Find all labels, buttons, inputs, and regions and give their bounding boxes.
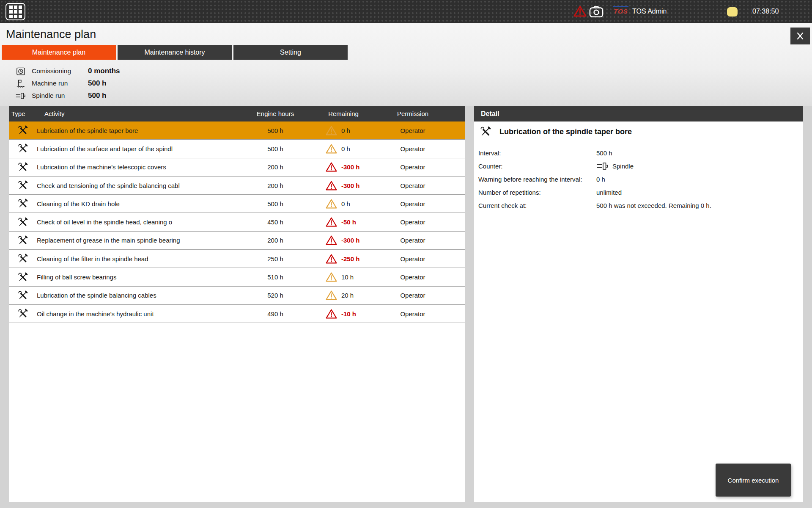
table-row[interactable]: Cleaning of the filter in the spindle he… xyxy=(9,250,465,268)
field-repetitions: Number of repetitions: unlimited xyxy=(478,188,803,197)
field-value: 500 h was not exceeded. Remaining 0 h. xyxy=(596,202,711,209)
engine-hours-value: 500 h xyxy=(237,121,313,139)
permission-value: Operator xyxy=(381,305,444,323)
activity-label: Check of oil level in the spindle head, … xyxy=(37,213,172,231)
detail-activity-title: Lubrication of the spindle taper bore xyxy=(480,126,803,137)
detail-fields: Interval: 500 h Counter: Spindle Warning… xyxy=(478,148,803,210)
warning-triangle-icon xyxy=(326,254,337,264)
engine-hours-value: 250 h xyxy=(237,250,313,268)
tools-icon xyxy=(17,268,28,286)
table-row[interactable]: Filling of ball screw bearings 510 h 10 … xyxy=(9,268,465,286)
field-label: Warning before reaching the interval: xyxy=(478,176,596,183)
tab[interactable]: Maintenance plan xyxy=(2,45,116,60)
remaining-cell: 0 h xyxy=(326,140,350,157)
activity-label: Replacement of grease in the main spindl… xyxy=(37,232,180,249)
engine-hours-value: 490 h xyxy=(237,305,313,323)
tos-logo-text: TOS xyxy=(613,8,628,15)
table-row[interactable]: Lubrication of the spindle balancing cab… xyxy=(9,287,465,305)
activity-label: Check and tensioning of the spindle bala… xyxy=(37,177,180,194)
counter-value: 500 h xyxy=(88,79,106,88)
permission-value: Operator xyxy=(381,140,444,157)
table-row[interactable]: Lubrication of the machine’s telescopic … xyxy=(9,158,465,177)
tab-label: Setting xyxy=(280,49,301,56)
tab-label: Maintenance plan xyxy=(32,49,85,56)
permission-value: Operator xyxy=(381,268,444,286)
warning-triangle-icon xyxy=(326,125,337,136)
permission-value: Operator xyxy=(381,177,444,194)
permission-value: Operator xyxy=(381,232,444,249)
table-row[interactable]: Replacement of grease in the main spindl… xyxy=(9,232,465,250)
field-interval: Interval: 500 h xyxy=(478,148,803,157)
engine-hours-value: 200 h xyxy=(237,177,313,194)
permission-value: Operator xyxy=(381,250,444,268)
table-row[interactable]: Check of oil level in the spindle head, … xyxy=(9,213,465,231)
engine-hours-value: 200 h xyxy=(237,158,313,176)
tools-icon xyxy=(17,121,28,139)
field-counter: Counter: Spindle xyxy=(478,161,803,171)
table-header: Type Activity Engine hours Remaining Per… xyxy=(9,106,465,121)
warning-triangle-icon xyxy=(326,162,337,172)
calendar-clock-icon xyxy=(15,66,26,76)
remaining-value: -300 h xyxy=(341,163,359,171)
permission-value: Operator xyxy=(381,213,444,231)
counter-label: Spindle run xyxy=(32,92,88,99)
field-label: Counter: xyxy=(478,163,596,170)
status-indicator xyxy=(727,7,738,17)
column-header-remaining: Remaining xyxy=(305,106,382,121)
warning-triangle-icon xyxy=(326,272,337,282)
header-zone xyxy=(0,23,812,106)
activity-label: Cleaning of the filter in the spindle he… xyxy=(37,250,148,268)
remaining-cell: 0 h xyxy=(326,195,350,213)
alarm-warning-icon[interactable] xyxy=(573,5,587,17)
activity-label: Lubrication of the spindle balancing cab… xyxy=(37,287,156,304)
column-header-permission: Permission xyxy=(381,106,444,121)
page-title: Maintenance plan xyxy=(6,28,96,41)
table-row[interactable]: Check and tensioning of the spindle bala… xyxy=(9,177,465,195)
camera-icon[interactable] xyxy=(589,6,604,18)
tools-icon xyxy=(17,305,28,323)
table-row[interactable]: Cleaning of the KD drain hole 500 h 0 h … xyxy=(9,195,465,213)
table-row[interactable]: Lubrication of the spindle taper bore 50… xyxy=(9,121,465,140)
engine-hours-value: 520 h xyxy=(237,287,313,304)
column-header-engine-hours: Engine hours xyxy=(237,106,313,121)
tools-icon xyxy=(17,195,28,213)
user-name: TOS Admin xyxy=(632,0,667,23)
remaining-value: 10 h xyxy=(341,273,354,281)
tab-bar: Maintenance plan Maintenance history Set… xyxy=(2,45,349,60)
engine-hours-value: 510 h xyxy=(237,268,313,286)
close-button[interactable] xyxy=(790,28,810,44)
spindle-icon xyxy=(596,162,609,171)
detail-panel: Detail Lubrication of the spindle taper … xyxy=(474,106,803,502)
apps-grid-icon[interactable] xyxy=(5,3,25,20)
counter-spindle-run: Spindle run 500 h xyxy=(15,91,120,101)
tab[interactable]: Maintenance history xyxy=(118,45,232,60)
counter-label: Comissioning xyxy=(32,67,88,75)
remaining-value: 0 h xyxy=(341,200,350,207)
table-row[interactable]: Lubrication of the surface and taper of … xyxy=(9,140,465,158)
tab[interactable]: Setting xyxy=(233,45,348,60)
close-icon xyxy=(796,32,805,40)
remaining-value: -300 h xyxy=(341,182,359,189)
machine-icon xyxy=(15,79,26,88)
activity-label: Lubrication of the machine’s telescopic … xyxy=(37,158,166,176)
field-value: 0 h xyxy=(596,176,605,183)
column-header-type: Type xyxy=(11,106,25,121)
field-value: unlimited xyxy=(596,189,622,196)
tools-icon xyxy=(17,250,28,268)
remaining-value: -50 h xyxy=(341,218,356,226)
activity-label: Lubrication of the spindle taper bore xyxy=(37,121,138,139)
tools-icon xyxy=(17,232,28,249)
counter-value: 0 months xyxy=(88,67,120,75)
warning-triangle-icon xyxy=(326,180,337,191)
confirm-execution-button[interactable]: Confirm execution xyxy=(716,464,791,497)
engine-hours-value: 450 h xyxy=(237,213,313,231)
warning-triangle-icon xyxy=(326,309,337,319)
field-label: Current check at: xyxy=(478,202,596,209)
tools-icon xyxy=(17,140,28,157)
permission-value: Operator xyxy=(381,121,444,139)
table-row[interactable]: Oil change in the machine’s hydraulic un… xyxy=(9,305,465,323)
detail-header-title: Detail xyxy=(481,106,499,121)
remaining-cell: 10 h xyxy=(326,268,354,286)
remaining-cell: 20 h xyxy=(326,287,354,304)
permission-value: Operator xyxy=(381,158,444,176)
